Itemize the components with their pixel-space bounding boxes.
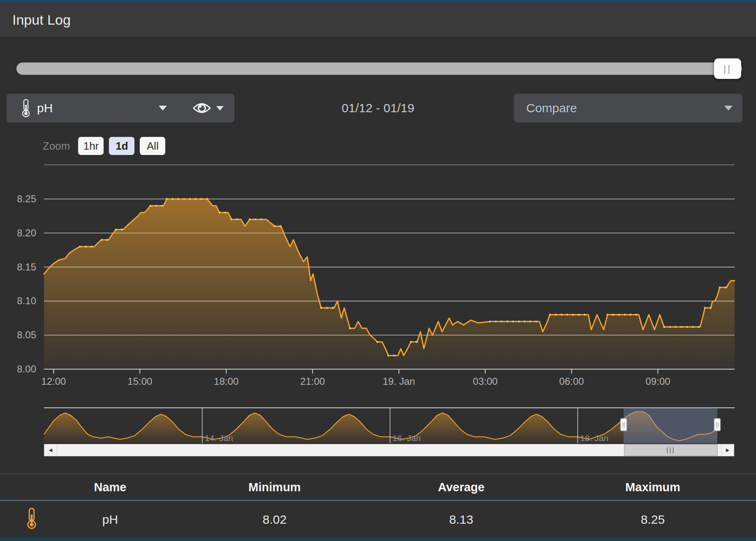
input-select-value: pH [37,101,53,115]
zoom-button-1d[interactable]: 1d [109,137,134,155]
x-axis-label: 19. Jan [383,376,415,387]
series-marker [566,314,568,316]
zoom-button-all[interactable]: All [140,137,165,155]
col-header-name: Name [94,474,127,500]
series-marker [669,326,671,328]
navigator-day-label: 14. Jan [205,433,233,443]
bottom-accent-bar [0,537,756,541]
navigator-selection-mask[interactable] [624,408,717,443]
series-marker [606,314,608,316]
y-axis-label: 8.10 [17,295,36,306]
zoom-controls: Zoom 1hr 1d All [43,137,171,155]
handle-grip-icon: || [716,421,719,428]
x-axis-label: 15:00 [127,376,152,387]
time-slider-track[interactable] [16,62,742,75]
series-marker [349,327,351,329]
series-marker [224,212,227,214]
col-header-minimum: Minimum [248,474,301,500]
series-marker [166,198,168,200]
series-marker [675,326,677,328]
y-axis-label: 8.05 [17,329,36,340]
series-marker [410,341,412,343]
eye-chevron-down-icon[interactable] [216,106,224,111]
series-marker [692,326,694,328]
handle-grip-icon: || [622,421,625,428]
x-axis-label: 21:00 [300,376,325,387]
series-marker [90,246,92,248]
series-marker [101,239,103,241]
series-marker [710,307,712,309]
scrollbar-thumb[interactable]: ||| [624,444,718,456]
series-marker [549,314,551,316]
series-marker [121,229,123,231]
cell-maximum: 8.25 [641,501,665,538]
series-marker [618,314,620,316]
cell-name: pH [102,501,118,538]
series-marker [629,314,631,316]
thermometer-icon [21,98,31,118]
series-marker [572,314,574,316]
table-row: pH 8.02 8.13 8.25 [0,501,756,538]
series-marker [704,307,706,309]
stats-table: Name Minimum Average Maximum pH 8.02 8.1… [0,474,756,538]
series-marker [686,326,688,328]
compare-dropdown[interactable]: Compare [514,94,742,123]
time-slider-handle[interactable]: || [714,58,741,79]
series-marker [663,326,665,328]
series-marker [194,198,197,200]
input-select-dropdown[interactable]: pH [7,94,234,123]
page-header: Input Log [0,2,756,37]
series-marker [495,321,497,323]
navigator-chart[interactable]: 14. Jan16. Jan18. Jan|||| [0,405,756,444]
stats-table-header: Name Minimum Average Maximum [0,474,756,501]
series-marker [635,314,637,316]
series-marker [231,218,233,220]
series-marker [254,218,257,220]
series-marker [171,198,173,200]
series-marker [79,246,81,248]
series-marker [274,225,276,227]
series-marker [236,218,238,220]
chevron-down-icon [159,106,167,111]
x-axis-label: 06:00 [559,376,584,387]
main-chart[interactable]: 8.258.208.158.108.058.0012:0015:0018:002… [0,156,756,399]
series-marker [320,307,322,309]
navigator-day-label: 18. Jan [580,433,608,443]
navigator-day-label: 16. Jan [393,433,421,443]
series-marker [719,287,721,289]
series-marker [583,314,585,316]
series-marker [161,205,163,207]
series-marker [524,321,526,323]
series-marker [560,314,562,316]
series-marker [416,341,418,343]
series-marker [115,229,117,231]
col-header-maximum: Maximum [625,474,680,500]
series-marker [555,314,557,316]
series-marker [260,218,262,220]
zoom-button-1hr[interactable]: 1hr [78,137,104,155]
series-marker [489,321,491,323]
eye-icon[interactable] [192,102,211,114]
series-marker [106,239,109,241]
x-axis-label: 03:00 [473,376,497,387]
x-axis-label: 09:00 [645,376,670,387]
series-marker [512,321,514,323]
series-marker [535,321,537,323]
series-marker [326,307,328,309]
x-axis-label: 12:00 [41,376,66,387]
series-marker [183,198,185,200]
series-marker [219,212,221,214]
series-marker [529,321,532,323]
series-marker [189,198,191,200]
x-axis-label: 18:00 [214,376,238,387]
page-title: Input Log [12,2,71,37]
series-marker [518,321,520,323]
input-log-screen: Input Log || pH 01/12 - 01/19 Compare Zo… [0,0,756,541]
scrollbar-left-arrow-icon[interactable]: ◂ [44,444,57,456]
series-marker [387,354,389,356]
series-marker [85,246,87,248]
zoom-label: Zoom [43,140,70,153]
scrollbar-right-arrow-icon[interactable]: ▸ [721,444,734,456]
chart-scrollbar[interactable]: ◂ ||| ▸ [44,444,734,456]
series-marker [332,307,334,309]
